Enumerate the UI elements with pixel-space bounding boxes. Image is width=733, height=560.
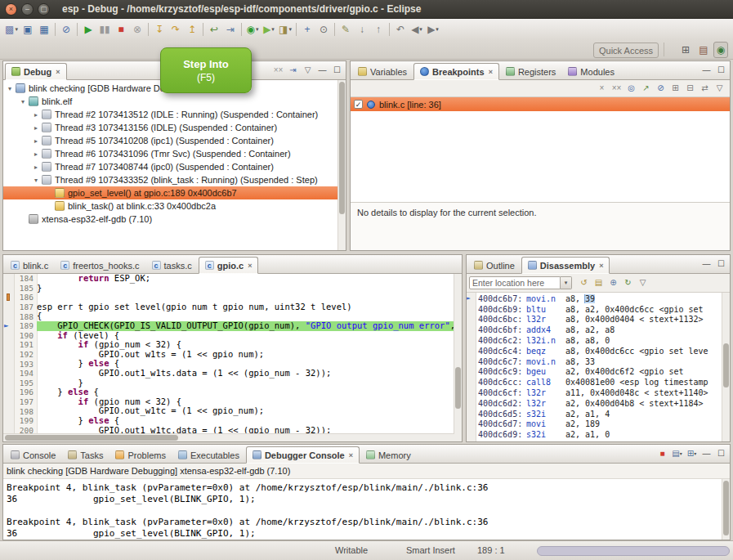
- combo-dropdown-icon[interactable]: ▾: [561, 276, 572, 289]
- save-all-icon[interactable]: ▦ ▾: [36, 21, 52, 38]
- maximize-button[interactable]: ▢: [38, 3, 50, 16]
- search-icon[interactable]: ⊙ ▾: [315, 21, 332, 38]
- breakpoint-row[interactable]: ✓ blink.c [line: 36]: [351, 97, 730, 111]
- link-with-debug-view-icon[interactable]: ⇄: [698, 82, 712, 96]
- resume-icon[interactable]: ▶ ▾: [80, 21, 96, 38]
- tree-row[interactable]: ▾ Thread #9 1073433352 (blink_task : Run…: [3, 173, 346, 186]
- remove-all-terminated-icon[interactable]: ××: [271, 63, 285, 77]
- tree-row[interactable]: blink_task() at blink.c:33 0x400dbc2a: [3, 199, 346, 213]
- expander-icon[interactable]: ▾: [31, 177, 41, 184]
- disassembly-line[interactable]: ► 400dc6b7: movi.n a8, 39: [467, 293, 722, 304]
- scrollbar-thumb[interactable]: [455, 367, 461, 409]
- scrollbar-thumb[interactable]: [339, 82, 345, 214]
- disassembly-line[interactable]: ► 400dc6cf: l32r a11, 0x400d048c <_stext…: [467, 388, 722, 398]
- show-breakpoints-supported-icon[interactable]: ◎: [624, 82, 638, 96]
- code-line[interactable]: ► 197 if (gpio_num < 32) {: [3, 397, 454, 407]
- minimize-icon[interactable]: —: [699, 63, 713, 77]
- close-tab-icon[interactable]: ×: [248, 262, 252, 270]
- scrollbar-thumb[interactable]: [5, 435, 178, 441]
- minimize-icon[interactable]: —: [699, 257, 713, 271]
- expander-icon[interactable]: ▾: [5, 85, 15, 92]
- tab-variables[interactable]: Variables ×: [352, 64, 413, 79]
- code-line[interactable]: ► 195 }: [3, 379, 454, 388]
- tree-row[interactable]: ▾ blink.elf: [3, 95, 346, 108]
- external-tools-icon[interactable]: ◨ ▾: [277, 21, 293, 38]
- maximize-icon[interactable]: ☐: [714, 257, 728, 271]
- quick-access-button[interactable]: Quick Access: [593, 43, 659, 58]
- code-line[interactable]: ► 190 if (level) {: [3, 331, 454, 341]
- expander-icon[interactable]: ▸: [31, 164, 41, 171]
- disassembly-line[interactable]: ► 400dc6d2: l32r a2, 0x400d04b8 <_stext+…: [467, 398, 722, 409]
- tree-row[interactable]: ▸ Thread #7 1073408744 (ipc0) (Suspended…: [3, 160, 346, 173]
- step-into-icon[interactable]: ↧ ▾: [151, 21, 168, 38]
- previous-annotation-icon[interactable]: ↑ ▾: [370, 21, 387, 38]
- tab-modules[interactable]: Modules ×: [562, 64, 620, 79]
- new-c-project-icon[interactable]: + ▾: [299, 21, 315, 38]
- code-line[interactable]: ► 184 return ESP_OK;: [3, 274, 454, 284]
- minimize-icon[interactable]: —: [315, 63, 329, 77]
- disassembly-line[interactable]: ► 400dc6bc: l32r a8, 0x400d0404 <_stext+…: [467, 315, 722, 325]
- debug-perspective-icon[interactable]: ◉: [713, 42, 728, 58]
- refresh-view-icon[interactable]: ↻: [621, 276, 635, 290]
- close-tab-icon[interactable]: ×: [489, 68, 493, 76]
- sync-with-context-icon[interactable]: ↺: [577, 276, 591, 290]
- tab-executables[interactable]: Executables ×: [172, 447, 245, 463]
- maximize-icon[interactable]: ☐: [330, 63, 344, 77]
- show-symbols-icon[interactable]: ⊕: [606, 276, 620, 290]
- forward-icon[interactable]: ▶ ▾: [425, 21, 441, 38]
- disassembly-line[interactable]: ► 400dc6d9: s32i a2, a1, 0: [467, 429, 722, 440]
- last-edit-location-icon[interactable]: ↶ ▾: [392, 21, 409, 38]
- code-editor[interactable]: ► 184 return ESP_OK; ► 185 } ► 186 ► 1: [3, 274, 462, 441]
- tree-row[interactable]: ▸ Thread #6 1073431096 (Tmr Svc) (Suspen…: [3, 147, 346, 160]
- disassembly-line[interactable]: ► 400dc6c7: movi.n a8, 33: [467, 356, 722, 367]
- terminate-console-icon[interactable]: ■ ▾: [655, 446, 669, 460]
- code-line[interactable]: ► 199 } else {: [3, 416, 454, 426]
- code-line[interactable]: ► 193 } else {: [3, 359, 454, 369]
- minimize-icon[interactable]: — ▾: [699, 446, 713, 460]
- expand-all-icon[interactable]: ⊞: [668, 82, 682, 96]
- cpp-perspective-icon[interactable]: ▤: [695, 42, 712, 58]
- step-return-icon[interactable]: ↥ ▾: [184, 21, 200, 38]
- go-to-file-icon[interactable]: ↗: [639, 82, 653, 96]
- run-icon[interactable]: ▶ ▾: [261, 21, 277, 38]
- console-output[interactable]: Breakpoint 4, blink_task (pvParameter=0x…: [3, 479, 730, 540]
- suspend-icon[interactable]: ▮▮ ▾: [96, 21, 113, 38]
- tab-outline[interactable]: Outline ×: [468, 258, 521, 273]
- debug-icon[interactable]: ◉ ▾: [244, 21, 261, 38]
- display-selected-console-icon[interactable]: ▤ ▾: [670, 446, 684, 460]
- tab-freertos-hooks-c[interactable]: freertos_hooks.c ×: [55, 258, 145, 273]
- terminate-icon[interactable]: ■ ▾: [113, 21, 129, 38]
- code-line[interactable]: ► 194 GPIO.out1_w1ts.data = (1 << (gpio_…: [3, 369, 454, 379]
- maximize-icon[interactable]: ☐: [714, 63, 728, 77]
- tree-row[interactable]: gpio_set_level() at gpio.c:189 0x400dc6b…: [3, 186, 346, 199]
- tab-problems[interactable]: Problems ×: [110, 447, 171, 463]
- next-annotation-icon[interactable]: ↓ ▾: [354, 21, 370, 38]
- view-menu-icon[interactable]: ▽: [713, 82, 726, 96]
- disassembly-line[interactable]: ► 400dc6b9: bltu a8, a2, 0x400dc6cc <gpi…: [467, 304, 722, 315]
- view-menu-icon[interactable]: ▽: [301, 63, 315, 77]
- save-icon[interactable]: ▣ ▾: [20, 21, 36, 38]
- tab-gpio-c[interactable]: gpio.c ×: [199, 257, 259, 274]
- remove-all-breakpoints-icon[interactable]: ××: [610, 82, 623, 96]
- tab-blink-c[interactable]: blink.c ×: [5, 258, 54, 273]
- minimize-button[interactable]: –: [21, 3, 34, 16]
- expander-icon[interactable]: ▾: [18, 98, 28, 105]
- tab-disassembly[interactable]: Disassembly ×: [521, 257, 610, 274]
- disassembly-line[interactable]: ► 400dc6d7: movi a2, 189: [467, 419, 722, 430]
- show-source-icon[interactable]: ▤: [592, 276, 606, 290]
- close-tab-icon[interactable]: ×: [56, 68, 60, 76]
- tree-row[interactable]: ▸ Thread #5 1073410208 (ipc1) (Suspended…: [3, 134, 346, 147]
- expander-icon[interactable]: ▸: [31, 124, 41, 132]
- close-tab-icon[interactable]: ×: [599, 262, 603, 270]
- disassembly-line[interactable]: ► 400dc6c9: bgeu a2, 0x400dc6f2 <gpio_se…: [467, 367, 722, 378]
- toggle-mark-occurrences-icon[interactable]: ✎ ▾: [337, 21, 354, 38]
- step-over-icon[interactable]: ↷ ▾: [168, 21, 184, 38]
- drop-to-frame-icon[interactable]: ↩ ▾: [206, 21, 222, 38]
- instruction-stepping-icon[interactable]: ⇥ ▾: [222, 21, 239, 38]
- tab-tasks-c[interactable]: tasks.c ×: [146, 258, 198, 273]
- disassembly-line[interactable]: ► 400dc6c4: beqz a8, 0x400dc6cc <gpio_se…: [467, 346, 722, 356]
- tree-row[interactable]: ▸ Thread #2 1073413512 (IDLE : Running) …: [3, 108, 346, 121]
- expander-icon[interactable]: ▸: [31, 137, 41, 145]
- code-line[interactable]: ► 187 esp_err_t gpio_set_level(gpio_num_…: [3, 302, 454, 312]
- close-button[interactable]: ×: [5, 3, 17, 16]
